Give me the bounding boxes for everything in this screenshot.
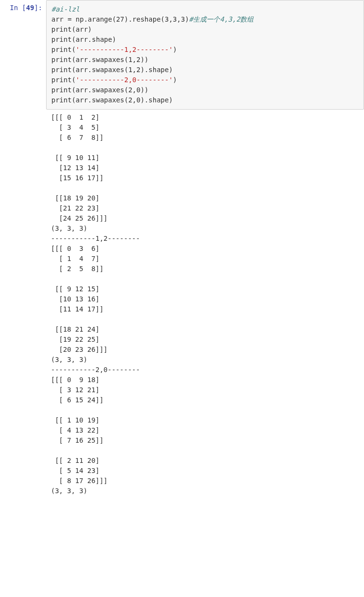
code-text: ) [173,76,177,84]
string-text: '-----------2,0--------' [76,76,173,84]
code-text: print(arr.swapaxes(2,0).shape) [51,96,173,104]
code-line-3: print(arr) [51,25,359,35]
comment-text: #生成一个4,3,2数组 [189,15,254,23]
code-line-8: print('-----------2,0--------') [51,75,359,85]
code-line-2: arr = np.arange(27).reshape(3,3,3)#生成一个4… [51,14,359,25]
code-text: ) [173,46,177,53]
prompt-number: 49 [26,4,34,12]
code-input-area[interactable]: #ai-lzlarr = np.arange(27).reshape(3,3,3… [46,0,364,110]
code-text: print(arr) [51,25,92,33]
stdout-output: [[[ 0 1 2] [ 3 4 5] [ 6 7 8]] [[ 9 10 11… [46,110,364,499]
prompt-label: In [10,4,22,12]
code-line-7: print(arr.swapaxes(1,2).shape) [51,65,359,75]
code-line-4: print(arr.shape) [51,35,359,45]
code-line-6: print(arr.swapaxes(1,2)) [51,55,359,65]
code-line-9: print(arr.swapaxes(2,0)) [51,85,359,95]
output-prompt-spacer [0,110,46,112]
code-text: print(arr.swapaxes(2,0)) [51,86,148,94]
output-cell: [[[ 0 1 2] [ 3 4 5] [ 6 7 8]] [[ 9 10 11… [0,110,364,499]
input-prompt: In [49]: [0,0,46,12]
prompt-close: ]: [34,4,42,12]
code-line-10: print(arr.swapaxes(2,0).shape) [51,95,359,105]
code-text: print( [51,76,76,84]
comment-text: #ai-lzl [51,5,80,13]
string-text: '-----------1,2--------' [76,46,173,53]
code-text: print(arr.shape) [51,36,116,43]
code-line-5: print('-----------1,2--------') [51,45,359,55]
code-text: arr = np.arange(27).reshape(3,3,3) [51,15,189,23]
code-text: print( [51,46,76,53]
input-cell: In [49]: #ai-lzlarr = np.arange(27).resh… [0,0,364,110]
code-line-1: #ai-lzl [51,4,359,14]
code-text: print(arr.swapaxes(1,2)) [51,56,148,63]
code-text: print(arr.swapaxes(1,2).shape) [51,66,173,74]
